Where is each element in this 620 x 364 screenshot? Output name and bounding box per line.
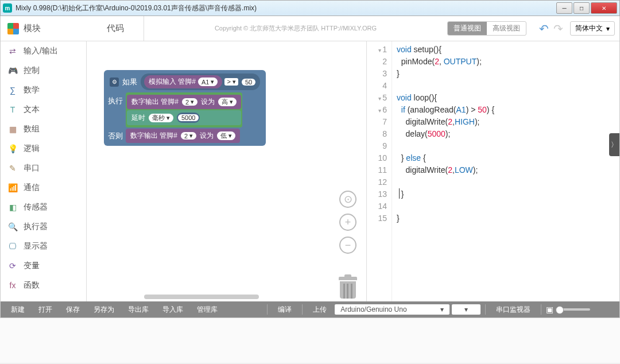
trash-icon[interactable] [339,277,357,300]
category-执行器[interactable]: 🔍执行器 [1,217,86,237]
minimize-button[interactable]: ─ [556,2,572,14]
category-输入/输出[interactable]: ⇄输入/输出 [1,41,86,61]
category-icon: ◧ [7,202,18,212]
digital-write-low[interactable]: 数字输出 管脚# 2 ▾ 设为 低 ▾ [126,129,240,143]
condition-block[interactable]: 模拟输入 管脚# A1 ▾ > ▾ 50 [141,73,260,90]
digital-write-high[interactable]: 数字输出 管脚# 2 ▾ 设为 高 ▾ [127,95,241,109]
category-icon: ∑ [7,85,18,95]
workspace-scrollbar[interactable] [144,295,259,299]
unit-dropdown-ms[interactable]: 毫秒 ▾ [149,114,173,122]
modules-label: 模块 [24,23,41,34]
analog-input-block[interactable]: 模拟输入 管脚# A1 ▾ [144,75,222,88]
if-label: 如果 [122,77,137,87]
toolbar-footer: 新建 打开 保存 另存为 导出库 导入库 管理库 编译 上传 Arduino/G… [1,301,619,317]
value-dropdown-low[interactable]: 低 ▾ [217,131,235,140]
block-stack[interactable]: ⚙ 如果 模拟输入 管脚# A1 ▾ > ▾ 50 执行 [104,70,266,146]
do-label: 执行 [105,92,126,110]
puzzle-icon [7,23,19,34]
category-icon: 🖵 [7,241,18,251]
category-逻辑[interactable]: 💡逻辑 [1,139,86,158]
maximize-button[interactable]: □ [574,2,590,14]
category-通信[interactable]: 📶通信 [1,178,86,198]
line-gutter: ▾1234▾5▾6789101112131415 [367,41,392,301]
upload-button[interactable]: 上传 [307,303,332,316]
new-button[interactable]: 新建 [5,303,30,316]
threshold-block[interactable]: 50 [241,76,257,87]
save-as-button[interactable]: 另存为 [88,303,120,316]
undo-button[interactable]: ↶ [539,22,549,36]
board-select[interactable]: Arduino/Genuino Uno▾ [335,304,450,315]
open-button[interactable]: 打开 [33,303,58,316]
code-tab[interactable]: 代码 [87,16,144,41]
port-select[interactable]: ▾ [452,304,480,315]
category-文本[interactable]: T文本 [1,100,86,119]
cursor [399,188,400,199]
view-toggle[interactable]: 普通视图 高级视图 [447,21,526,36]
else-label: 否则 [105,127,126,145]
category-显示器[interactable]: 🖵显示器 [1,237,86,256]
zoom-in-button[interactable]: + [339,214,356,231]
category-数组[interactable]: ▦数组 [1,119,86,139]
category-函数[interactable]: fx函数 [1,276,86,295]
delay-block[interactable]: 延时 毫秒 ▾ 5000 [127,110,241,125]
category-变量[interactable]: ⟳变量 [1,256,86,276]
save-button[interactable]: 保存 [60,303,86,316]
chip-icon[interactable]: ▣ [546,305,553,314]
category-icon: ⇄ [7,46,18,56]
app-header: 模块 代码 Copyright © 北京师范大学米思齐团队 HTTP://MIX… [1,16,619,41]
export-button[interactable]: 导出库 [122,303,154,316]
copyright-text: Copyright © 北京师范大学米思齐团队 HTTP://MIXLY.ORG [144,24,447,33]
code-text[interactable]: void setup(){ pinMode(2, OUTPUT); } void… [392,41,619,301]
pin-dropdown-a1[interactable]: A1 ▾ [198,78,218,86]
pin-dropdown-2b[interactable]: 2 ▾ [181,132,196,140]
category-icon: 💡 [7,144,18,154]
category-控制[interactable]: 🎮控制 [1,61,86,80]
category-icon: ⟳ [7,261,18,271]
code-editor[interactable]: ▾1234▾5▾6789101112131415 void setup(){ p… [367,41,619,301]
category-传感器[interactable]: ◧传感器 [1,198,86,217]
redo-button[interactable]: ↷ [553,22,563,36]
chevron-down-icon: ▾ [440,305,444,313]
pin-dropdown-2a[interactable]: 2 ▾ [182,98,197,106]
delay-value[interactable]: 5000 [178,114,199,121]
gear-icon[interactable]: ⚙ [110,78,119,87]
zoom-slider[interactable] [556,308,590,311]
center-button[interactable]: ⊙ [339,191,356,208]
language-select[interactable]: 简体中文 ▾ [570,21,615,36]
chevron-down-icon: ▾ [606,25,610,33]
serial-monitor-button[interactable]: 串口监视器 [490,303,536,316]
blockly-workspace[interactable]: ⚙ 如果 模拟输入 管脚# A1 ▾ > ▾ 50 执行 [87,41,367,301]
manage-button[interactable]: 管理库 [191,303,223,316]
category-icon: ▦ [7,124,18,134]
category-icon: 📶 [7,183,18,193]
close-button[interactable]: ✕ [591,2,617,14]
modules-tab[interactable]: 模块 [1,23,87,34]
category-icon: T [7,104,18,115]
window-titlebar: m Mixly 0.998(D:\初始化工作室\Arduino-0\2019.0… [0,0,620,16]
category-sidebar: ⇄输入/输出🎮控制∑数学T文本▦数组💡逻辑✎串口📶通信◧传感器🔍执行器🖵显示器⟳… [1,41,87,301]
import-button[interactable]: 导入库 [157,303,189,316]
compile-button[interactable]: 编译 [272,303,297,316]
category-icon: fx [7,280,18,291]
view-normal[interactable]: 普通视图 [448,22,487,35]
window-title: Mixly 0.998(D:\初始化工作室\Arduino-0\2019.03.… [16,3,556,13]
collapse-tab[interactable]: 〉 [609,133,619,156]
category-icon: ✎ [7,163,18,173]
value-dropdown-high[interactable]: 高 ▾ [218,98,237,106]
category-icon: 🔍 [7,222,18,232]
category-数学[interactable]: ∑数学 [1,80,86,100]
app-icon: m [3,3,12,13]
zoom-out-button[interactable]: − [339,237,356,254]
category-icon: 🎮 [7,65,18,76]
view-advanced[interactable]: 高级视图 [487,22,526,35]
compare-op[interactable]: > ▾ [224,78,238,86]
category-串口[interactable]: ✎串口 [1,158,86,178]
